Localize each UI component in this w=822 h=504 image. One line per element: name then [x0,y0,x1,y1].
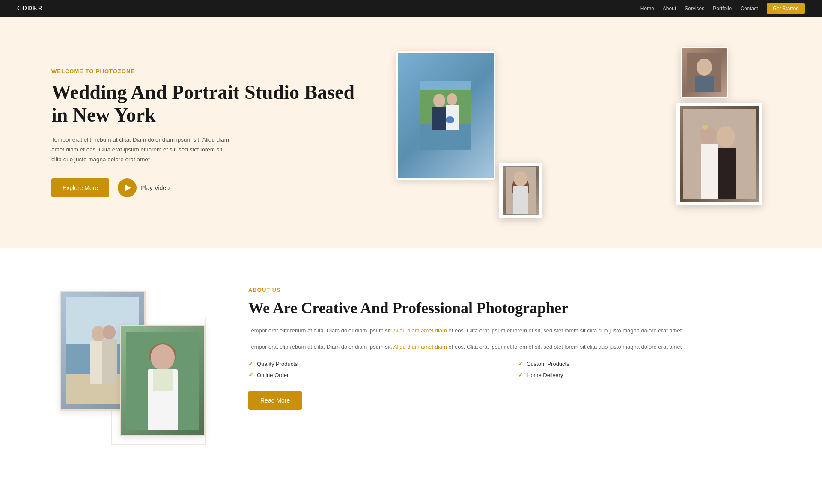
read-more-button[interactable]: Read More [248,391,302,410]
svg-point-5 [447,93,457,105]
about-section: ABOUT US We Are Creative And Professiona… [0,248,822,496]
nav-cta-button[interactable]: Get Started [767,3,805,14]
nav-services[interactable]: Services [685,6,704,12]
about-subtitle: ABOUT US [248,287,771,293]
svg-rect-15 [715,148,736,199]
svg-point-7 [446,116,454,123]
feature-quality-products: ✓ Quality Products [248,360,501,367]
feature-home-delivery: ✓ Home Delivery [518,371,771,378]
feature-custom-products: ✓ Custom Products [518,360,771,367]
about-desc-2: Tempor erat elitr rebum at clita. Diam d… [248,342,771,352]
nav-about[interactable]: About [663,6,676,12]
svg-point-10 [697,59,712,76]
feature-label-3: Online Order [257,372,289,378]
about-features: ✓ Quality Products ✓ Custom Products ✓ O… [248,360,771,378]
svg-point-30 [103,325,116,340]
navbar: CODER Home About Services Portfolio Cont… [0,0,822,17]
hero-actions: Explore More Play Video [51,178,358,197]
play-video-button[interactable]: Play Video [118,178,170,197]
nav-logo: CODER [17,5,43,12]
svg-point-36 [151,344,175,370]
check-icon-4: ✓ [518,371,523,378]
hero-title: Wedding And Portrait Studio Based in New… [51,81,358,127]
svg-point-18 [702,125,709,130]
about-title: We Are Creative And Professional Photogr… [248,299,771,317]
feature-label-2: Custom Products [527,361,569,367]
check-icon-3: ✓ [248,371,253,378]
explore-more-button[interactable]: Explore More [51,178,109,197]
hero-content: WELCOME TO PHOTOZONE Wedding And Portrai… [51,68,375,197]
hero-image-wedding-couple [396,51,495,180]
play-triangle-icon [125,184,131,191]
about-desc-1: Tempor erat elitr rebum at clita. Diam d… [248,326,771,335]
nav-contact[interactable]: Contact [740,6,758,12]
about-image-woman-smiling [120,325,206,436]
feature-label-4: Home Delivery [527,372,563,378]
nav-portfolio[interactable]: Portfolio [713,6,732,12]
svg-rect-38 [153,369,173,391]
svg-rect-17 [701,144,718,199]
svg-rect-11 [695,76,714,92]
feature-online-order: ✓ Online Order [248,371,501,378]
about-images [51,282,214,462]
svg-rect-31 [102,339,117,384]
svg-point-14 [716,126,735,148]
check-icon-2: ✓ [518,360,523,367]
nav-home[interactable]: Home [640,6,654,12]
svg-point-3 [433,94,445,107]
check-icon-1: ✓ [248,360,253,367]
hero-section: WELCOME TO PHOTOZONE Wedding And Portrai… [0,17,822,248]
svg-rect-4 [432,107,447,130]
hero-image-couple-formal [676,103,762,205]
svg-rect-23 [513,186,528,214]
about-content: ABOUT US We Are Creative And Professiona… [248,282,771,410]
svg-point-22 [514,171,527,187]
hero-description: Tempor erat elitr rebum at clita. Diam d… [51,135,231,165]
hero-image-young-woman [499,163,542,218]
hero-images [392,43,771,222]
hero-image-portrait-man [681,47,728,98]
hero-subtitle: WELCOME TO PHOTOZONE [51,68,358,74]
nav-links: Home About Services Portfolio Contact Ge… [640,3,805,14]
play-circle-icon [118,178,137,197]
feature-label-1: Quality Products [257,361,298,367]
play-label: Play Video [141,184,170,191]
